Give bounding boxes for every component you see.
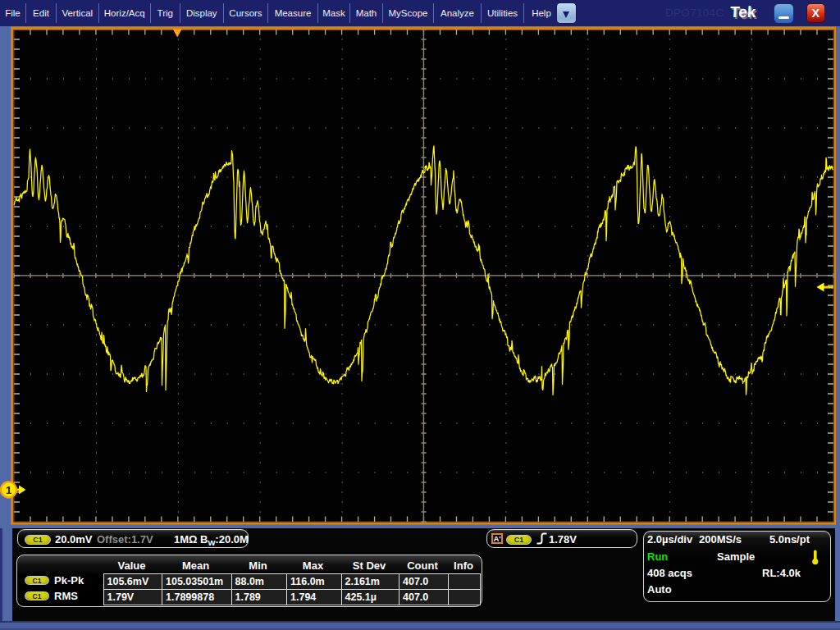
svg-text:1: 1 <box>6 484 11 496</box>
